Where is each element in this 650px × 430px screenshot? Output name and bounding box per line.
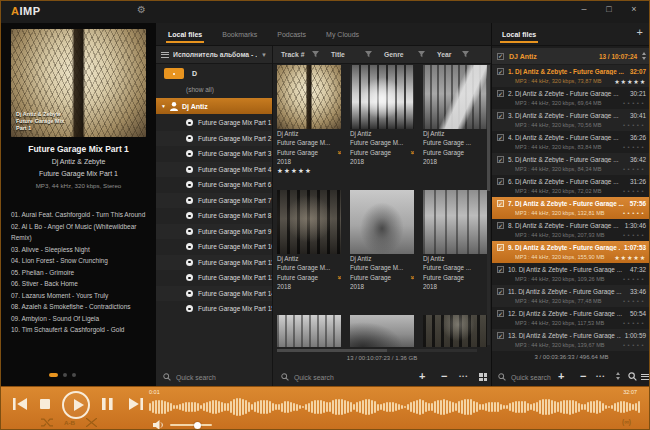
track-checkbox[interactable] (497, 156, 504, 163)
playlist-track-row[interactable]: 5. Dj Antiz & Zebyte - Future Garage ...… (492, 153, 650, 175)
playlist-track-row[interactable]: 11. Dj Antiz & Zebyte - Future Garage ..… (492, 285, 650, 307)
waveform[interactable] (149, 396, 641, 418)
settings-gear-icon[interactable]: ⚙ (137, 4, 146, 15)
view-mode-grid-icon[interactable] (479, 373, 487, 381)
playlist-track-row[interactable]: 1. Dj Antiz & Zebyte - Future Garage ...… (492, 65, 650, 87)
grid-quick-search[interactable]: Quick search (281, 373, 334, 381)
column-title[interactable]: Title (331, 51, 384, 58)
volume-knob[interactable] (194, 422, 201, 429)
album-tile[interactable]: Dj Antiz Future Garage ... Future Garage… (423, 65, 487, 166)
tree-group-selector[interactable]: Исполнитель альбома - ... ▼ (156, 46, 272, 64)
tree-album-item[interactable]: Future Garage Mix Part 9 (156, 224, 272, 240)
rating-stars[interactable]: ••••• (623, 232, 646, 238)
track-checkbox[interactable] (497, 266, 504, 273)
track-checkbox[interactable] (497, 244, 504, 251)
tree-artist-group[interactable]: ▼ Dj Antiz (156, 98, 272, 114)
cue-item[interactable]: 06. Stiver - Back Home (11, 278, 151, 290)
volume-slider[interactable] (170, 424, 212, 426)
tree-album-item[interactable]: Future Garage Mix Part 15 (156, 301, 272, 317)
album-tile-partial[interactable] (277, 315, 341, 347)
playlist-track-row[interactable]: 8. Dj Antiz & Zebyte - Future Garage ...… (492, 219, 650, 241)
letter-group-button[interactable] (164, 68, 184, 79)
scrollbar-thumb[interactable] (487, 65, 490, 191)
playlist-tab-local-files[interactable]: Local files (500, 26, 538, 43)
tree-album-item[interactable]: Future Garage Mix Part 11 (156, 255, 272, 271)
search-icon[interactable] (628, 372, 637, 381)
track-checkbox[interactable] (497, 68, 504, 75)
album-tile-partial[interactable] (423, 315, 487, 347)
rating-stars[interactable]: ★★★★★ (614, 254, 646, 261)
rating-stars[interactable]: ••••• (623, 100, 646, 106)
rating-stars[interactable]: ••••• (623, 298, 646, 304)
album-tile[interactable]: Dj Antiz Future Garage M... Future Garag… (277, 65, 341, 175)
tree-album-item[interactable]: Future Garage Mix Part 7 (156, 193, 272, 209)
cue-item[interactable]: 07. Lazarus Moment - Yours Truly (11, 290, 151, 302)
vertical-scrollbar[interactable] (487, 65, 490, 345)
rating-stars[interactable]: ••••• (623, 188, 646, 194)
playlist-track-row[interactable]: 3. Dj Antiz & Zebyte - Future Garage ...… (492, 109, 650, 131)
expand-chevron-icon[interactable]: » (334, 150, 341, 154)
collapse-icon[interactable] (642, 52, 646, 60)
track-checkbox[interactable] (497, 112, 504, 119)
speaker-icon[interactable] (153, 420, 164, 430)
album-tile[interactable]: Dj Antiz Future Garage M... Future Garag… (350, 65, 414, 166)
filter-funnel-icon[interactable] (312, 51, 319, 58)
more-options-icon[interactable]: ••• (459, 373, 468, 379)
horizontal-scrollbar[interactable] (277, 349, 477, 352)
playlist-track-row[interactable]: 2. Dj Antiz & Zebyte - Future Garage ...… (492, 87, 650, 109)
playlist-group-header[interactable]: DJ Antiz 13 / 10:07:24 (492, 48, 650, 64)
playlist-quick-search[interactable]: Quick search (498, 373, 551, 381)
pager-dot[interactable] (72, 373, 76, 377)
crossfade-icon[interactable] (86, 418, 97, 427)
rating-stars[interactable]: ★★★★★ (277, 167, 341, 175)
sort-icon[interactable] (616, 372, 620, 380)
minimize-button[interactable]: – (579, 4, 589, 14)
album-tile-partial[interactable] (350, 315, 414, 347)
playlist-track-row-selected[interactable]: 9. Dj Antiz & Zebyte - Future Garage ...… (492, 241, 650, 263)
tree-album-item[interactable]: Future Garage Mix Part 4 (156, 162, 272, 178)
cue-item[interactable]: 09. Ambyion - Sound Of Ligeia (11, 313, 151, 325)
tree-album-item[interactable]: Future Garage Mix Part 8 (156, 208, 272, 224)
rating-stars[interactable]: ••••• (623, 342, 646, 348)
stop-button[interactable] (40, 399, 50, 409)
expand-chevron-icon[interactable]: » (407, 275, 414, 279)
album-tile[interactable]: Dj Antiz Future Garage M... Future Garag… (350, 190, 414, 291)
pause-button[interactable] (102, 398, 113, 410)
tab-podcasts[interactable]: Podcasts (275, 26, 308, 43)
more-options-icon[interactable]: ••• (596, 373, 605, 379)
column-year[interactable]: Year (437, 51, 481, 58)
cue-item[interactable]: 08. Azaleh & Smokefishe - Contradictions (11, 301, 151, 313)
maximize-button[interactable]: □ (604, 4, 614, 14)
cue-item[interactable]: 10. Tim Schaufert & Cashforgold - Gold (11, 324, 151, 336)
track-checkbox[interactable] (497, 134, 504, 141)
tree-album-item[interactable]: Future Garage Mix Part 2 (156, 131, 272, 147)
expand-chevron-icon[interactable]: » (334, 275, 341, 279)
tree-album-item[interactable]: Future Garage Mix Part 14 (156, 286, 272, 302)
track-checkbox[interactable] (497, 178, 504, 185)
tree-album-item[interactable]: Future Garage Mix Part 3 (156, 146, 272, 162)
rating-stars[interactable]: ••••• (623, 210, 646, 216)
group-checkbox[interactable] (497, 53, 504, 60)
scrollbar-thumb[interactable] (277, 349, 387, 352)
ab-repeat-button[interactable]: A-B (64, 419, 75, 426)
playlist-track-row-selected[interactable]: 7. Dj Antiz & Zebyte - Future Garage ...… (492, 197, 650, 219)
close-button[interactable]: × (629, 4, 639, 14)
tab-local-files[interactable]: Local files (166, 26, 204, 43)
rating-stars[interactable]: ★★★★★ (614, 78, 646, 85)
album-tile[interactable]: Dj Antiz Future Garage M... Future Garag… (277, 190, 341, 291)
cue-item[interactable]: 05. Phelian - Grimoire (11, 267, 151, 279)
tree-show-all[interactable]: (show all) (186, 86, 214, 93)
tree-quick-search[interactable]: Quick search (163, 373, 216, 381)
rating-stars[interactable]: ••••• (623, 144, 646, 150)
cue-item[interactable]: 04. Lion Forest - Snow Crunching (11, 255, 151, 267)
tree-album-item[interactable]: Future Garage Mix Part 1 (156, 115, 272, 131)
track-checkbox[interactable] (497, 200, 504, 207)
track-checkbox[interactable] (497, 310, 504, 317)
album-art[interactable]: Dj Antiz & Zebyte Future Garage Mix Part… (11, 29, 146, 137)
rating-stars[interactable]: ••••• (623, 122, 646, 128)
tab-bookmarks[interactable]: Bookmarks (220, 26, 259, 43)
pager-dot[interactable] (63, 373, 67, 377)
playlist-track-row[interactable]: 12. Dj Antiz & Zebyte - Future Garage ..… (492, 307, 650, 329)
cue-item[interactable]: 02. Al L Bo - Angel Of Music (Whitewildb… (11, 221, 151, 244)
track-checkbox[interactable] (497, 222, 504, 229)
